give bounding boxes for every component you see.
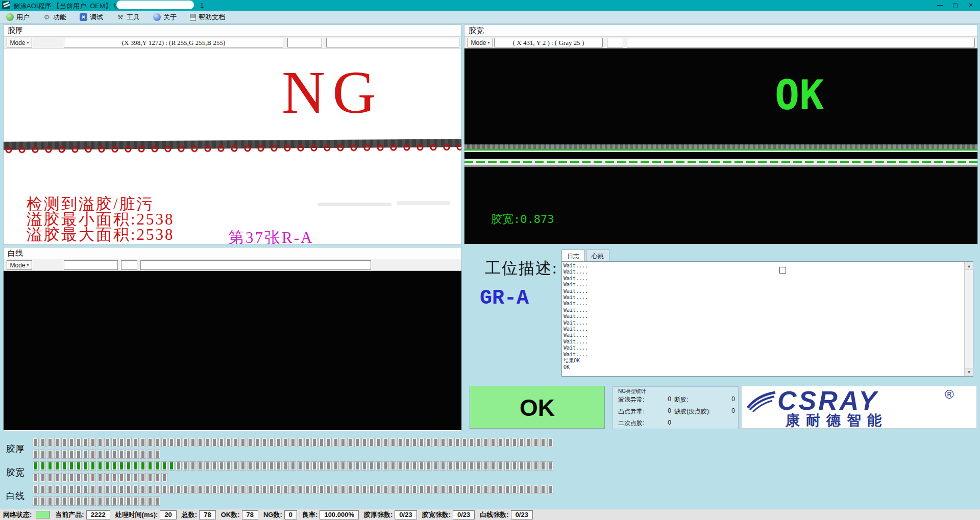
indicator-cell	[361, 485, 368, 494]
log-checkbox[interactable]	[779, 267, 786, 274]
indicator-cell	[83, 497, 89, 506]
indicator-cell	[133, 473, 139, 482]
indicator-cell	[326, 485, 332, 494]
indicator-cell	[33, 450, 39, 459]
menu-item-6[interactable]: 帮助文档	[190, 13, 225, 22]
log-list[interactable]: Wait....Wait....Wait....Wait....Wait....…	[561, 261, 973, 377]
indicator-cell	[54, 461, 60, 471]
indicator-cell	[118, 497, 125, 506]
menu-item-1[interactable]: 用户	[6, 13, 30, 22]
indicator-cell	[118, 461, 125, 471]
indicator-cell	[126, 461, 132, 471]
indicator-cell	[254, 485, 260, 494]
indicator-cell	[411, 461, 418, 471]
log-line: Wait....	[564, 332, 964, 338]
result-ok-button[interactable]: OK	[470, 386, 605, 429]
baixian-mode-dropdown[interactable]: Mode ▾	[7, 260, 32, 270]
statusbar: 网络状态: 当前产品:2222处理时间(ms):20总数:78OK数:78NG数…	[0, 509, 980, 520]
log-line: Wait....	[564, 269, 964, 275]
indicator-cell	[118, 473, 125, 482]
indicator-cell	[61, 438, 67, 447]
logo-subtext: 康耐德智能	[786, 411, 888, 429]
indicator-cell	[97, 485, 103, 494]
scroll-up-icon[interactable]: ▲	[965, 262, 973, 270]
maximize-button[interactable]: ▢	[948, 0, 963, 11]
log-scrollbar[interactable]: ▲ ▼	[964, 262, 973, 376]
jiaokuan-mode-dropdown[interactable]: Mode ▾	[468, 38, 493, 47]
indicator-cell	[190, 438, 196, 447]
indicator-cell	[176, 485, 182, 494]
tab-1[interactable]: 日志	[561, 250, 585, 261]
jiaokuan-image-view[interactable]: OK 胶宽:0.873	[464, 48, 977, 244]
indicator-cell	[204, 461, 210, 471]
indicator-cell	[268, 461, 275, 471]
indicator-cell	[311, 485, 317, 494]
indicator-cell	[397, 461, 403, 471]
log-line: Wait....	[564, 294, 964, 301]
jiaohou-image-view[interactable]: NG 检测到溢胶/脏污 溢胶最小面积:2538 溢胶最大面积:2538 第37张…	[4, 48, 461, 244]
indicator-cell	[204, 438, 210, 447]
indicator-cell	[497, 461, 503, 471]
indicator-cell	[76, 485, 82, 494]
ng-stat-value: 0	[731, 395, 738, 404]
statusbar-item-label: 总数:	[182, 510, 197, 519]
ng-stat-value: 0	[668, 419, 674, 428]
indicator-cell	[90, 461, 96, 471]
indicator-cell	[426, 461, 432, 471]
minimize-button[interactable]: —	[933, 0, 947, 11]
scroll-down-icon[interactable]: ▼	[965, 368, 973, 376]
ng-stat-row: 凸点异常:0	[618, 407, 674, 416]
statusbar-item-label: OK数:	[221, 510, 240, 519]
indicator-cell	[111, 438, 117, 447]
network-status-indicator	[36, 511, 50, 518]
indicator-cell	[97, 438, 103, 447]
indicator-cell	[454, 438, 460, 447]
indicator-cell	[304, 461, 310, 471]
indicator-cell	[140, 450, 146, 459]
menu-item-label: 帮助文档	[199, 13, 225, 22]
indicator-cell	[447, 438, 453, 447]
indicator-cell	[90, 473, 96, 482]
indicator-cell	[147, 497, 153, 506]
indicator-cell	[497, 485, 503, 494]
indicator-cell	[419, 438, 425, 447]
indicator-cell	[133, 485, 139, 494]
indicator-cell	[511, 438, 518, 447]
statusbar-items: 当前产品:2222处理时间(ms):20总数:78OK数:78NG数:0良率:1…	[50, 510, 533, 519]
indicator-cell	[76, 473, 82, 482]
indicator-cell	[54, 450, 60, 459]
baixian-image-view[interactable]	[4, 271, 461, 430]
mode-label: Mode	[10, 262, 25, 269]
statusbar-item-label: 胶宽张数:	[422, 510, 451, 519]
menu-item-4[interactable]: ⚒工具	[116, 13, 140, 22]
indicator-cell	[397, 485, 403, 494]
indicator-cell	[190, 461, 196, 471]
indicator-cell	[197, 461, 203, 471]
jiaokuan-toolbar-box2	[607, 38, 623, 47]
indicator-cell	[211, 438, 217, 447]
indicator-cell	[154, 473, 160, 482]
log-line: Wait....	[564, 320, 964, 326]
indicator-cell	[97, 450, 103, 459]
menu-item-2[interactable]: ⚙功能	[43, 13, 66, 22]
indicator-cell	[404, 461, 410, 471]
indicator-cell	[54, 485, 60, 494]
log-line: Wait....	[564, 326, 964, 332]
close-button[interactable]: ✕	[964, 0, 978, 11]
logo-swoosh-icon	[746, 390, 777, 413]
menu-item-5[interactable]: 关于	[153, 13, 177, 22]
indicator-cell	[354, 485, 360, 494]
tab-2[interactable]: 心跳	[586, 250, 609, 261]
indicator-cell	[504, 438, 510, 447]
indicator-cell	[104, 461, 110, 471]
mode-label: Mode	[10, 39, 25, 46]
indicator-cell	[540, 438, 546, 447]
indicator-cell	[183, 438, 189, 447]
indicator-cell	[268, 485, 275, 494]
jiaohou-mode-dropdown[interactable]: Mode ▾	[7, 38, 32, 47]
indicator-cell	[47, 438, 53, 447]
statusbar-item-label: 当前产品:	[55, 510, 84, 519]
mode-label: Mode	[471, 39, 486, 46]
indicator-cell	[61, 450, 67, 459]
menu-item-3[interactable]: ✕调试	[80, 13, 103, 22]
